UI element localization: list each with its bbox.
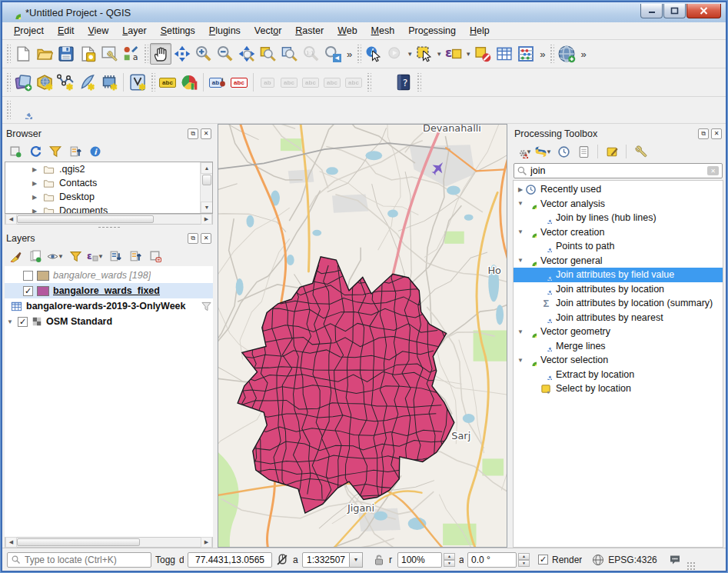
browser-properties-button[interactable] — [86, 143, 105, 160]
menu-vector[interactable]: Vector — [248, 23, 288, 38]
scroll-thumb[interactable] — [202, 175, 211, 185]
open-project-button[interactable] — [34, 43, 55, 65]
scale-dropdown-button[interactable]: ▼ — [350, 552, 363, 568]
browser-float-button[interactable]: ⧉ — [188, 128, 198, 139]
open-attribute-table-button[interactable] — [494, 43, 515, 65]
scroll-left-arrow[interactable]: ◀ — [5, 214, 17, 225]
toolbox-item-select-by-location[interactable]: Select by location — [514, 381, 723, 396]
crs-status[interactable]: EPSG:4326 — [608, 555, 657, 565]
new-temporary-scratch-layer-button[interactable] — [127, 72, 148, 93]
lock-scale-icon[interactable] — [373, 554, 385, 566]
toolbox-panel-header[interactable]: Processing Toolbox ⧉ ✕ — [513, 125, 723, 142]
panel-splitter[interactable] — [5, 225, 213, 230]
render-checkbox[interactable]: ✓ — [538, 555, 548, 565]
scroll-right-arrow[interactable]: ▶ — [201, 214, 212, 225]
show-hide-labels-button[interactable]: abc — [278, 72, 300, 93]
layers-horizontal-scrollbar[interactable]: ◀ ▶ — [5, 537, 213, 548]
expand-caret-icon[interactable]: ▼ — [6, 318, 14, 325]
pin-labels-button[interactable]: ab — [207, 72, 228, 93]
map-canvas[interactable]: DevanahalliHoSarjJigani — [218, 124, 507, 548]
layer-filter-indicator-icon[interactable] — [201, 301, 211, 311]
rotation-value-box[interactable]: 0.0 ° — [467, 552, 517, 568]
menu-layer[interactable]: Layer — [115, 23, 153, 38]
toolbox-options-button[interactable] — [631, 143, 650, 160]
menu-view[interactable]: View — [81, 23, 115, 38]
zoom-last-button[interactable] — [322, 43, 344, 65]
toolbar-overflow[interactable]: » — [344, 48, 354, 60]
browser-panel-header[interactable]: Browser ⧉ ✕ — [5, 125, 213, 142]
toolbar-grip[interactable] — [549, 45, 554, 63]
maximize-button[interactable] — [663, 4, 686, 18]
toolbox-item-join-attributes-by-field-value[interactable]: Join attributes by field value — [514, 268, 723, 282]
menu-processing[interactable]: Processing — [401, 23, 463, 38]
select-features-button[interactable] — [414, 43, 435, 65]
toolbox-item-join-attributes-by-location[interactable]: Join attributes by location — [514, 282, 723, 297]
help-button[interactable]: ? — [393, 72, 414, 93]
toolbox-float-button[interactable]: ⧉ — [698, 128, 709, 139]
layer-row-bangalore-wards-fixed[interactable]: ✓ bangalore_wards_fixed — [5, 283, 213, 298]
collapse-caret-icon[interactable]: ▼ — [517, 328, 524, 335]
magnifier-value-box[interactable]: 100% — [397, 552, 442, 568]
messages-bubble-icon[interactable] — [669, 554, 681, 566]
collapse-caret-icon[interactable]: ▼ — [517, 357, 524, 364]
menu-settings[interactable]: Settings — [154, 23, 202, 38]
clear-search-icon[interactable]: ✕ — [707, 166, 719, 175]
menu-project[interactable]: Project — [7, 23, 51, 38]
show-layout-manager-button[interactable] — [98, 43, 120, 65]
feature-action-dropdown[interactable]: ▼ — [406, 51, 414, 58]
toolbar-overflow[interactable]: » — [577, 48, 588, 60]
magnifier-spinbox[interactable]: 100% ▲▼ — [397, 552, 455, 568]
toolbar-grip[interactable] — [416, 73, 421, 92]
browser-collapse-all-button[interactable] — [66, 143, 85, 160]
history-button[interactable] — [554, 143, 573, 160]
toolbar-grip[interactable] — [5, 73, 11, 92]
collapse-caret-icon[interactable]: ▼ — [517, 228, 524, 235]
toolbar-grip[interactable] — [5, 45, 11, 63]
open-data-source-manager-button[interactable] — [12, 72, 34, 93]
layer-checkbox[interactable] — [23, 271, 33, 281]
toolbox-item-merge-lines[interactable]: Merge lines — [514, 339, 723, 354]
extents-toggle-icon[interactable] — [276, 553, 289, 566]
pan-to-selection-button[interactable] — [171, 43, 193, 65]
toolbox-item-vector-creation[interactable]: ▼Vector creation — [514, 225, 723, 240]
scroll-thumb[interactable] — [17, 538, 140, 546]
remove-layer-button[interactable] — [146, 248, 165, 265]
select-features-dropdown[interactable]: ▼ — [435, 51, 443, 58]
toolbox-item-vector-analysis[interactable]: ▼Vector analysis — [514, 197, 723, 212]
edit-features-in-place-button[interactable] — [603, 143, 621, 160]
collapse-all-button[interactable] — [126, 248, 145, 265]
expand-caret-icon[interactable]: ▶ — [517, 186, 524, 193]
expand-caret-icon[interactable]: ▶ — [31, 194, 38, 201]
new-project-button[interactable] — [12, 43, 34, 65]
menu-plugins[interactable]: Plugins — [202, 23, 248, 38]
collapse-caret-icon[interactable]: ▼ — [517, 257, 524, 264]
change-label-button[interactable]: abc — [343, 72, 364, 93]
open-layer-styling-button[interactable] — [6, 248, 25, 265]
browser-vertical-scrollbar[interactable]: ▲ ▼ — [200, 162, 212, 213]
expand-caret-icon[interactable]: ▶ — [31, 166, 38, 173]
filter-by-expression-button[interactable]: ε▼ — [86, 248, 105, 265]
layers-close-button[interactable]: ✕ — [201, 233, 211, 244]
collapse-caret-icon[interactable]: ▼ — [517, 200, 524, 207]
crs-globe-icon[interactable] — [592, 554, 604, 566]
toolbox-item-join-by-lines-hub-lines[interactable]: Join by lines (hub lines) — [514, 211, 723, 225]
filter-legend-button[interactable] — [66, 248, 85, 265]
themes-dropdown[interactable]: ▼ — [57, 253, 65, 260]
magnifier-spin-buttons[interactable]: ▲▼ — [444, 553, 455, 567]
scroll-thumb[interactable] — [17, 215, 154, 223]
identify-features-button[interactable] — [363, 43, 384, 65]
menu-edit[interactable]: Edit — [51, 23, 81, 38]
toolbox-item-join-attributes-by-nearest[interactable]: Join attributes by nearest — [514, 311, 723, 325]
menu-raster[interactable]: Raster — [288, 23, 331, 38]
locator-input[interactable] — [25, 555, 147, 565]
layers-float-button[interactable]: ⧉ — [188, 233, 198, 244]
toolbox-item-recently-used[interactable]: ▶Recently used — [514, 182, 723, 197]
scale-combo[interactable]: 1:332507 ▼ — [302, 552, 363, 568]
layers-panel-header[interactable]: Layers ⧉ ✕ — [5, 230, 213, 246]
locator-search-box[interactable] — [7, 552, 151, 568]
save-project-button[interactable] — [55, 43, 77, 65]
layer-row-osm-standard[interactable]: ▼ ✓ OSM Standard — [5, 314, 213, 329]
toolbar-grip[interactable] — [143, 45, 148, 63]
zoom-to-layer-button[interactable] — [279, 43, 301, 65]
pan-map-button[interactable] — [150, 43, 171, 65]
